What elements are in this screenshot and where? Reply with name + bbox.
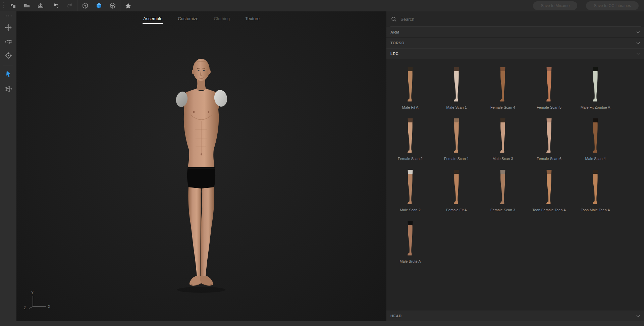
save-to-cc-libraries-button[interactable]: Save to CC Libraries <box>586 1 639 10</box>
section-label-leg: LEG <box>390 52 398 56</box>
leg-thumbnail <box>401 168 420 205</box>
leg-item[interactable]: Female Scan 6 <box>526 117 572 161</box>
axis-x-label: X <box>48 305 50 309</box>
leg-item-label: Male Fit Zombie A <box>581 105 610 110</box>
leg-item[interactable]: Female Scan 3 <box>480 168 526 212</box>
tab-customize[interactable]: Customize <box>177 14 199 25</box>
section-header-torso[interactable]: TORSO <box>386 38 644 48</box>
orbit-icon <box>4 38 13 46</box>
orbit-tool-button[interactable] <box>0 35 16 48</box>
leg-item[interactable]: Toon Male Teen A <box>572 168 619 212</box>
character-foot-right <box>200 276 213 286</box>
leg-item[interactable]: Male Scan 2 <box>387 168 433 212</box>
search-input[interactable] <box>400 17 535 22</box>
leg-thumbnail <box>401 117 420 154</box>
leg-thumbnail <box>586 66 605 103</box>
leg-grid: Male Fit A Male Scan 1 Female Scan 4 Fem… <box>387 66 644 264</box>
leg-item[interactable]: Male Scan 3 <box>480 117 526 161</box>
character-briefs <box>187 167 215 191</box>
leg-item[interactable]: Female Scan 2 <box>387 117 433 161</box>
toolbar-right-actions: Save to Mixamo Save to CC Libraries <box>533 1 639 10</box>
toolbar-separator <box>77 0 77 11</box>
chevron-down-icon <box>636 31 640 34</box>
new-project-button[interactable] <box>6 0 20 11</box>
axis-gizmo: Y X Z <box>21 290 53 312</box>
chevron-down-icon <box>636 315 640 317</box>
toolbar-separator <box>48 0 48 11</box>
save-button[interactable] <box>34 0 47 11</box>
leg-item-label: Male Fit A <box>402 105 419 110</box>
leg-item[interactable]: Toon Female Teen A <box>526 168 572 212</box>
leg-thumbnail <box>540 117 558 154</box>
leg-item[interactable]: Female Scan 1 <box>433 117 480 161</box>
tab-assemble[interactable]: Assemble <box>143 14 163 25</box>
camera-tool-button[interactable] <box>0 83 16 96</box>
undo-button[interactable] <box>49 0 63 11</box>
redo-icon <box>66 2 73 9</box>
leg-item-label: Female Scan 5 <box>537 105 561 110</box>
viewport-3d[interactable]: Assemble Customize Clothing Texture <box>16 11 386 321</box>
assembly-panel: ARM TORSO LEG Male Fit A <box>386 11 644 321</box>
cube-shaded-icon <box>96 2 102 9</box>
leg-thumbnail <box>540 66 558 103</box>
leg-item[interactable]: Male Fit A <box>387 66 433 110</box>
leg-item[interactable]: Male Fit Zombie A <box>572 66 619 110</box>
leg-thumbnail <box>540 168 558 205</box>
select-tool-button[interactable] <box>0 67 16 81</box>
leg-thumbnail <box>401 220 420 257</box>
undo-icon <box>53 2 59 9</box>
open-file-button[interactable] <box>20 0 34 11</box>
leg-item-label: Female Scan 6 <box>537 157 561 161</box>
cube-textured-icon <box>109 2 116 9</box>
leg-item-label: Male Scan 4 <box>585 157 605 161</box>
leg-item[interactable]: Male Brute A <box>387 220 433 264</box>
save-icon <box>37 2 44 9</box>
tab-texture[interactable]: Texture <box>245 14 260 25</box>
character-leg-right <box>200 187 214 277</box>
view-textured-button[interactable] <box>106 0 119 11</box>
dolly-zoom-icon <box>4 52 12 60</box>
cube-wireframe-icon <box>82 2 89 9</box>
toolbar-drag-grip[interactable] <box>1 1 6 10</box>
leg-item[interactable]: Male Scan 4 <box>572 117 619 161</box>
pan-tool-button[interactable] <box>0 21 16 34</box>
view-wireframe-button[interactable] <box>78 0 92 11</box>
leg-thumbnail <box>493 168 512 205</box>
leg-thumbnail <box>401 66 420 103</box>
leg-thumbnail <box>493 117 512 154</box>
top-toolbar: Save to Mixamo Save to CC Libraries <box>0 0 644 11</box>
redo-button[interactable] <box>63 0 76 11</box>
section-label-head: HEAD <box>390 314 402 318</box>
leg-item-label: Toon Female Teen A <box>532 208 566 212</box>
tab-clothing[interactable]: Clothing <box>213 14 231 25</box>
leg-item-label: Male Scan 2 <box>400 208 420 212</box>
dolly-tool-button[interactable] <box>0 49 16 62</box>
section-label-arm: ARM <box>390 30 399 34</box>
mode-tabs: Assemble Customize Clothing Texture <box>16 11 386 28</box>
leg-item-label: Toon Male Teen A <box>581 208 610 212</box>
section-header-arm[interactable]: ARM <box>386 27 644 38</box>
rail-drag-grip[interactable] <box>4 14 13 17</box>
axis-z-label: Z <box>24 306 26 310</box>
favorites-button[interactable] <box>121 0 135 11</box>
leg-item-label: Female Fit A <box>446 208 467 212</box>
leg-item[interactable]: Female Scan 5 <box>526 66 572 110</box>
leg-item-label: Male Scan 3 <box>492 157 513 161</box>
section-header-head[interactable]: HEAD <box>386 311 644 321</box>
axis-y-label: Y <box>31 291 34 295</box>
leg-item[interactable]: Female Fit A <box>433 168 480 212</box>
character-model[interactable] <box>151 55 252 299</box>
leg-thumbnail <box>493 66 512 103</box>
leg-thumbnail <box>586 117 605 154</box>
leg-item-label: Female Scan 4 <box>490 105 515 110</box>
leg-item[interactable]: Male Scan 1 <box>433 66 480 110</box>
open-folder-icon <box>23 2 30 9</box>
section-header-leg[interactable]: LEG <box>386 48 644 59</box>
search-row <box>386 11 644 27</box>
leg-item-label: Female Scan 1 <box>444 157 469 161</box>
toolbar-separator <box>120 0 120 11</box>
view-shaded-button[interactable] <box>92 0 106 11</box>
camera-frustum-icon <box>4 86 13 94</box>
leg-item[interactable]: Female Scan 4 <box>480 66 526 110</box>
save-to-mixamo-button[interactable]: Save to Mixamo <box>533 1 577 10</box>
